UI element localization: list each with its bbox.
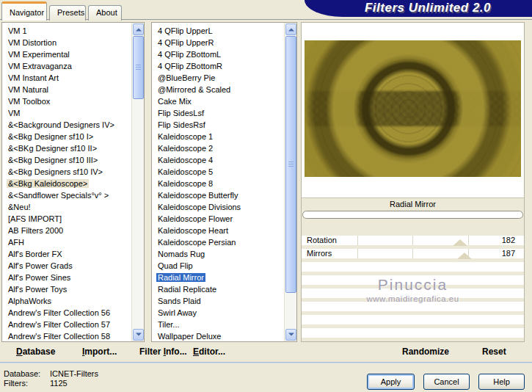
database-label: Database: xyxy=(4,369,40,378)
slider-value: 182 xyxy=(502,236,515,245)
list-item[interactable]: &<Bkg Kaleidoscope> xyxy=(7,178,131,189)
parameter-slider[interactable]: Rotation 182 xyxy=(302,236,524,245)
list-item[interactable]: AB Filters 2000 xyxy=(7,225,131,236)
scroll-thumb[interactable] xyxy=(285,36,296,293)
list-item[interactable]: [AFS IMPORT] xyxy=(7,213,131,225)
list-item[interactable]: &<BKg Designer sf10 II> xyxy=(7,142,131,154)
status-bar: Database: ICNET-Filters Filters: 1125 Ap… xyxy=(0,363,532,392)
list-item[interactable]: 4 QFlip ZBottomR xyxy=(156,60,284,72)
list-item[interactable]: AFH xyxy=(7,236,131,248)
scroll-thumb[interactable] xyxy=(133,36,144,99)
filter-scrollbar[interactable] xyxy=(284,23,296,341)
list-item[interactable]: VM Toolbox xyxy=(7,95,131,107)
list-item[interactable]: Kaleidoscope 2 xyxy=(156,142,284,154)
slider-thumb-icon[interactable] xyxy=(453,239,467,246)
list-item[interactable]: Kaleidoscope 8 xyxy=(156,178,284,189)
import-button[interactable]: Import... xyxy=(82,346,117,357)
progress-bar xyxy=(302,211,523,219)
list-item[interactable]: VM Distortion xyxy=(7,37,131,48)
list-item[interactable]: Sands Plaid xyxy=(156,295,284,307)
scroll-down-icon[interactable] xyxy=(133,329,144,341)
parameter-slider[interactable]: Mirrors 187 xyxy=(302,249,524,258)
database-button[interactable]: Database xyxy=(16,346,55,357)
preview-rings xyxy=(305,40,521,177)
list-item[interactable]: Alf's Power Grads xyxy=(7,260,131,272)
list-item[interactable]: Swirl Away xyxy=(156,307,284,319)
list-item[interactable]: Andrew's Filter Collection 56 xyxy=(7,307,131,319)
editor-button[interactable]: Editor... xyxy=(193,346,225,357)
list-item[interactable]: Nomads Rug xyxy=(156,248,284,260)
title-banner: Filters Unlimited 2.0 xyxy=(305,0,532,17)
list-item[interactable]: &Neu! xyxy=(7,201,131,213)
list-item[interactable]: Kaleidoscope 5 xyxy=(156,166,284,178)
list-item[interactable]: Quad Flip xyxy=(156,260,284,272)
list-item[interactable]: Flip SidesLsf xyxy=(156,107,284,119)
preview-image xyxy=(305,40,521,177)
list-item[interactable]: Andrew's Filter Collection 57 xyxy=(7,319,131,330)
list-item[interactable]: VM Instant Art xyxy=(7,72,131,84)
category-scrollbar[interactable] xyxy=(131,23,144,341)
list-item[interactable]: &<Background Designers IV> xyxy=(7,119,131,131)
list-item[interactable]: VM xyxy=(7,107,131,119)
list-item[interactable]: VM Natural xyxy=(7,84,131,95)
list-item[interactable]: Alf's Border FX xyxy=(7,248,131,260)
list-item[interactable]: &<Bkg Designers sf10 IV> xyxy=(7,166,131,178)
list-item[interactable]: Alf's Power Toys xyxy=(7,283,131,295)
list-item[interactable]: Kaleidoscope Divisions xyxy=(156,201,284,213)
slider-area: Rotation 182 Mirrors 187 Pinuccia www.ma… xyxy=(302,236,524,341)
filter-info-button[interactable]: Filter Info... xyxy=(139,346,187,357)
list-item[interactable]: &<Sandflower Specials°v° > xyxy=(7,189,131,201)
slider-label: Rotation xyxy=(307,236,337,245)
app-title: Filters Unlimited 2.0 xyxy=(305,0,532,16)
list-item[interactable]: VM Experimental xyxy=(7,48,131,60)
list-item[interactable]: Kaleidoscope 4 xyxy=(156,154,284,166)
list-item[interactable]: Flip SidesRsf xyxy=(156,119,284,131)
list-item[interactable]: Kaleidoscope Flower xyxy=(156,213,284,225)
list-item[interactable]: 4 QFlip UpperR xyxy=(156,37,284,48)
list-item[interactable]: Kaleidoscope Persian xyxy=(156,236,284,248)
list-item[interactable]: Kaleidoscope Heart xyxy=(156,225,284,236)
list-item[interactable]: &<Bkg Designer sf10 I> xyxy=(7,131,131,142)
tab-navigator[interactable]: Navigator xyxy=(1,1,47,21)
preview-box xyxy=(302,23,524,197)
list-item[interactable]: AlphaWorks xyxy=(7,295,131,307)
list-item[interactable]: 4 QFlip UpperL xyxy=(156,25,284,37)
apply-button[interactable]: Apply xyxy=(367,374,415,390)
list-item[interactable]: VM 1 xyxy=(7,25,131,37)
cancel-button[interactable]: Cancel xyxy=(423,374,470,390)
progress-track xyxy=(302,210,524,221)
filter-listbox: 4 QFlip UpperL4 QFlip UpperR4 QFlip ZBot… xyxy=(151,22,297,342)
list-item[interactable]: Radial Mirror xyxy=(156,272,284,283)
reset-button[interactable]: Reset xyxy=(482,346,506,357)
filter-list: 4 QFlip UpperL4 QFlip UpperR4 QFlip ZBot… xyxy=(153,23,284,341)
list-item[interactable]: Cake Mix xyxy=(156,95,284,107)
randomize-button[interactable]: Randomize xyxy=(402,346,449,357)
slider-value: 187 xyxy=(502,249,515,258)
category-list: VM 1VM DistortionVM ExperimentalVM Extra… xyxy=(3,23,131,341)
list-item[interactable]: @BlueBerry Pie xyxy=(156,72,284,84)
filters-label: Filters: xyxy=(4,379,28,388)
list-item[interactable]: &<Bkg Designer sf10 III> xyxy=(7,154,131,166)
preview-panel: Radial Mirror Rotation 182 Mirrors 187 P… xyxy=(301,22,525,342)
list-item[interactable]: @Mirrored & Scaled xyxy=(156,84,284,95)
list-item[interactable]: Andrew's Filter Collection 58 xyxy=(7,330,131,341)
list-item[interactable]: Tiler... xyxy=(156,319,284,330)
scroll-up-icon[interactable] xyxy=(285,23,296,35)
help-button[interactable]: Help xyxy=(478,374,525,390)
slider-thumb-icon[interactable] xyxy=(457,253,472,259)
list-item[interactable]: Wallpaper Deluxe xyxy=(156,330,284,341)
list-item[interactable]: Kaleidoscope 1 xyxy=(156,131,284,142)
list-item[interactable]: VM Extravaganza xyxy=(7,60,131,72)
list-item[interactable]: Alf's Power Sines xyxy=(7,272,131,283)
tab-presets[interactable]: Presets xyxy=(49,5,86,21)
slider-label: Mirrors xyxy=(307,249,332,258)
scroll-up-icon[interactable] xyxy=(133,23,144,35)
filter-name-header: Radial Mirror xyxy=(302,197,524,210)
list-item[interactable]: Radial Replicate xyxy=(156,283,284,295)
tab-about[interactable]: About xyxy=(88,5,122,21)
category-listbox: VM 1VM DistortionVM ExperimentalVM Extra… xyxy=(1,22,145,342)
command-bar: Database Import... Filter Info... Editor… xyxy=(0,342,532,362)
list-item[interactable]: Kaleidoscope Butterfly xyxy=(156,189,284,201)
list-item[interactable]: 4 QFlip ZBottomL xyxy=(156,48,284,60)
scroll-down-icon[interactable] xyxy=(285,329,296,341)
